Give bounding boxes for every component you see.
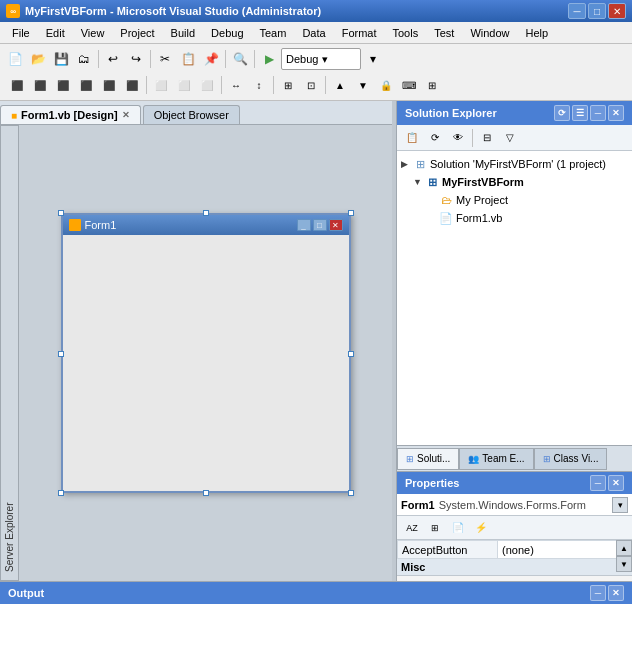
menu-window[interactable]: Window [462, 25, 517, 41]
align-left-icon[interactable]: ⬛ [6, 74, 28, 96]
tree-my-project[interactable]: 🗁 My Project [397, 191, 632, 209]
props-close-btn[interactable]: ✕ [608, 475, 624, 491]
props-pin-btn[interactable]: ─ [590, 475, 606, 491]
handle-bl[interactable] [58, 490, 64, 496]
align-middle-icon[interactable]: ⬛ [98, 74, 120, 96]
maximize-button[interactable]: □ [588, 3, 606, 19]
props-accept-button-value[interactable]: (none) [498, 541, 632, 559]
bring-front-icon[interactable]: ▲ [329, 74, 351, 96]
send-back-icon[interactable]: ▼ [352, 74, 374, 96]
sol-pin-btn[interactable]: ─ [590, 105, 606, 121]
size-both-icon[interactable]: ⬜ [196, 74, 218, 96]
new-project-icon[interactable]: 📄 [4, 48, 26, 70]
menu-tools[interactable]: Tools [385, 25, 427, 41]
sol-close-btn[interactable]: ✕ [608, 105, 624, 121]
props-dropdown-btn[interactable]: ▾ [612, 497, 628, 513]
props-cat-icon[interactable]: ⊞ [424, 517, 446, 539]
v-space-icon[interactable]: ↕ [248, 74, 270, 96]
form1-label: Form1.vb [456, 212, 502, 224]
find-icon[interactable]: 🔍 [229, 48, 251, 70]
menu-edit[interactable]: Edit [38, 25, 73, 41]
sep6 [221, 76, 222, 94]
toolbar-row-2: ⬛ ⬛ ⬛ ⬛ ⬛ ⬛ ⬜ ⬜ ⬜ ↔ ↕ ⊞ ⊡ ▲ ▼ 🔒 ⌨ ⊞ [4, 72, 628, 98]
menu-team[interactable]: Team [252, 25, 295, 41]
open-icon[interactable]: 📂 [27, 48, 49, 70]
tree-project[interactable]: ▼ ⊞ MyFirstVBForm [397, 173, 632, 191]
sol-refresh-btn[interactable]: ⟳ [554, 105, 570, 121]
class-tab-label: Class Vi... [554, 453, 599, 464]
sol-show-all-icon[interactable]: 👁 [447, 127, 469, 149]
form-min-btn[interactable]: _ [297, 219, 311, 231]
size-width-icon[interactable]: ⬜ [150, 74, 172, 96]
server-explorer-tab[interactable]: Server Explorer [0, 125, 19, 581]
tab-order-icon[interactable]: ⌨ [398, 74, 420, 96]
tree-form1[interactable]: 📄 Form1.vb [397, 209, 632, 227]
sol-props-btn[interactable]: ☰ [572, 105, 588, 121]
menu-debug[interactable]: Debug [203, 25, 251, 41]
props-event-icon[interactable]: ⚡ [470, 517, 492, 539]
paste-icon[interactable]: 📌 [200, 48, 222, 70]
sol-collapse-icon[interactable]: ⊟ [476, 127, 498, 149]
platform-icon[interactable]: ▾ [362, 48, 384, 70]
undo-icon[interactable]: ↩ [102, 48, 124, 70]
align-right-icon[interactable]: ⬛ [52, 74, 74, 96]
menu-help[interactable]: Help [518, 25, 557, 41]
class-view-tab[interactable]: ⊞ Class Vi... [534, 448, 608, 470]
save-icon[interactable]: 💾 [50, 48, 72, 70]
debug-config-dropdown[interactable]: Debug ▾ [281, 48, 361, 70]
menu-format[interactable]: Format [334, 25, 385, 41]
tree-solution[interactable]: ▶ ⊞ Solution 'MyFirstVBForm' (1 project) [397, 155, 632, 173]
properties-title: Properties [405, 477, 459, 489]
save-all-icon[interactable]: 🗂 [73, 48, 95, 70]
menu-project[interactable]: Project [112, 25, 162, 41]
handle-ml[interactable] [58, 351, 64, 357]
grid-icon[interactable]: ⊞ [421, 74, 443, 96]
props-scroll-down[interactable]: ▼ [616, 556, 632, 572]
minimize-button[interactable]: ─ [568, 3, 586, 19]
output-close-btn[interactable]: ✕ [608, 585, 624, 601]
sol-prop-pages-icon[interactable]: 📋 [401, 127, 423, 149]
handle-br[interactable] [348, 490, 354, 496]
menu-view[interactable]: View [73, 25, 113, 41]
props-scroll-up[interactable]: ▲ [616, 540, 632, 556]
solution-tab[interactable]: ⊞ Soluti... [397, 448, 459, 470]
designer-tab-bar: ■ Form1.vb [Design] ✕ Object Browser [0, 101, 392, 125]
handle-bm[interactable] [203, 490, 209, 496]
form-max-btn[interactable]: □ [313, 219, 327, 231]
designer-tab[interactable]: ■ Form1.vb [Design] ✕ [0, 105, 141, 124]
menu-file[interactable]: File [4, 25, 38, 41]
lock-icon[interactable]: 🔒 [375, 74, 397, 96]
form-design-canvas[interactable]: Form1 _ □ ✕ [19, 125, 392, 581]
form-window[interactable]: Form1 _ □ ✕ [61, 213, 351, 493]
props-page-icon[interactable]: 📄 [447, 517, 469, 539]
center-h-icon[interactable]: ⊞ [277, 74, 299, 96]
menu-test[interactable]: Test [426, 25, 462, 41]
size-height-icon[interactable]: ⬜ [173, 74, 195, 96]
start-icon[interactable]: ▶ [258, 48, 280, 70]
properties-panel: Properties ─ ✕ Form1 System.Windows.Form… [397, 471, 632, 581]
output-pin-btn[interactable]: ─ [590, 585, 606, 601]
handle-tm[interactable] [203, 210, 209, 216]
close-button[interactable]: ✕ [608, 3, 626, 19]
cut-icon[interactable]: ✂ [154, 48, 176, 70]
sol-filter-icon[interactable]: ▽ [499, 127, 521, 149]
sep3 [225, 50, 226, 68]
browser-tab[interactable]: Object Browser [143, 105, 240, 124]
redo-icon[interactable]: ↪ [125, 48, 147, 70]
h-space-icon[interactable]: ↔ [225, 74, 247, 96]
team-tab[interactable]: 👥 Team E... [459, 448, 533, 470]
form-close-btn[interactable]: ✕ [329, 219, 343, 231]
handle-tl[interactable] [58, 210, 64, 216]
handle-mr[interactable] [348, 351, 354, 357]
designer-tab-close[interactable]: ✕ [122, 110, 130, 120]
align-bottom-icon[interactable]: ⬛ [121, 74, 143, 96]
copy-icon[interactable]: 📋 [177, 48, 199, 70]
menu-data[interactable]: Data [294, 25, 333, 41]
sol-refresh-icon[interactable]: ⟳ [424, 127, 446, 149]
handle-tr[interactable] [348, 210, 354, 216]
menu-build[interactable]: Build [163, 25, 203, 41]
align-center-icon[interactable]: ⬛ [29, 74, 51, 96]
center-v-icon[interactable]: ⊡ [300, 74, 322, 96]
props-alpha-icon[interactable]: AZ [401, 517, 423, 539]
align-top-icon[interactable]: ⬛ [75, 74, 97, 96]
